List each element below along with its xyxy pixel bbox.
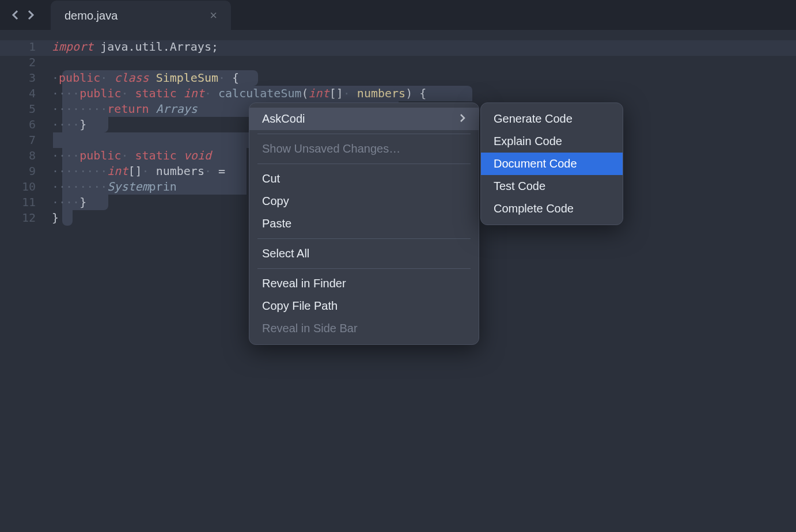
line-number: 9 xyxy=(0,164,36,179)
menu-item-paste[interactable]: Paste xyxy=(249,212,479,235)
menu-label: Show Unsaved Changes… xyxy=(262,142,400,155)
line-number: 11 xyxy=(0,195,36,210)
submenu-item-explain[interactable]: Explain Code xyxy=(481,130,623,153)
menu-label: Reveal in Side Bar xyxy=(262,322,358,335)
menu-label: Paste xyxy=(262,217,291,230)
menu-label: Cut xyxy=(262,172,280,185)
menu-label: Reveal in Finder xyxy=(262,277,346,290)
menu-label: Generate Code xyxy=(494,112,573,126)
tab-bar: demo.java × xyxy=(0,0,796,30)
menu-separator xyxy=(257,164,471,164)
code-line xyxy=(52,55,426,70)
menu-item-show-unsaved[interactable]: Show Unsaved Changes… xyxy=(249,138,479,160)
menu-label: Copy File Path xyxy=(262,299,338,313)
submenu-askcodi: Generate Code Explain Code Document Code… xyxy=(480,102,623,225)
tab-filename: demo.java xyxy=(65,9,117,22)
context-menu: AskCodi Show Unsaved Changes… Cut Copy P… xyxy=(249,102,479,345)
file-tab[interactable]: demo.java × xyxy=(51,1,231,31)
chevron-right-icon xyxy=(459,112,466,126)
line-number: 4 xyxy=(0,86,36,101)
nav-back-button[interactable] xyxy=(9,9,22,21)
menu-item-select-all[interactable]: Select All xyxy=(249,242,479,265)
code-line: ····public· static int· calculateSum(int… xyxy=(52,86,426,101)
menu-item-copy-path[interactable]: Copy File Path xyxy=(249,295,479,317)
close-icon[interactable]: × xyxy=(210,9,217,22)
line-number: 3 xyxy=(0,70,36,86)
menu-label: Copy xyxy=(262,195,289,208)
nav-forward-button[interactable] xyxy=(24,9,37,21)
menu-label: Test Code xyxy=(494,180,545,193)
line-number: 10 xyxy=(0,179,36,195)
menu-label: Explain Code xyxy=(494,135,562,148)
line-number: 12 xyxy=(0,210,36,226)
menu-item-copy[interactable]: Copy xyxy=(249,190,479,212)
menu-item-askcodi[interactable]: AskCodi xyxy=(249,108,479,130)
submenu-item-document[interactable]: Document Code xyxy=(481,153,623,175)
submenu-item-test[interactable]: Test Code xyxy=(481,175,623,197)
menu-item-reveal-finder[interactable]: Reveal in Finder xyxy=(249,272,479,295)
menu-label: Document Code xyxy=(494,157,577,170)
line-number: 1 xyxy=(0,39,36,55)
menu-separator xyxy=(257,134,471,134)
line-number: 8 xyxy=(0,148,36,164)
menu-separator xyxy=(257,238,471,239)
menu-item-reveal-sidebar[interactable]: Reveal in Side Bar xyxy=(249,317,479,340)
line-number: 5 xyxy=(0,101,36,117)
menu-separator xyxy=(257,268,471,269)
line-number: 6 xyxy=(0,117,36,132)
menu-label: Complete Code xyxy=(494,202,574,215)
nav-arrows xyxy=(9,9,37,21)
submenu-item-generate[interactable]: Generate Code xyxy=(481,108,623,130)
line-number: 7 xyxy=(0,132,36,148)
code-line: ·public· class SimpleSum· { xyxy=(52,70,426,86)
gutter: 1 2 3 4 5 6 7 8 9 10 11 12 xyxy=(0,39,52,226)
menu-label: AskCodi xyxy=(262,112,305,126)
submenu-item-complete[interactable]: Complete Code xyxy=(481,197,623,220)
code-line: import java.util.Arrays; xyxy=(52,39,426,55)
menu-label: Select All xyxy=(262,247,309,260)
menu-item-cut[interactable]: Cut xyxy=(249,168,479,190)
line-number: 2 xyxy=(0,55,36,70)
